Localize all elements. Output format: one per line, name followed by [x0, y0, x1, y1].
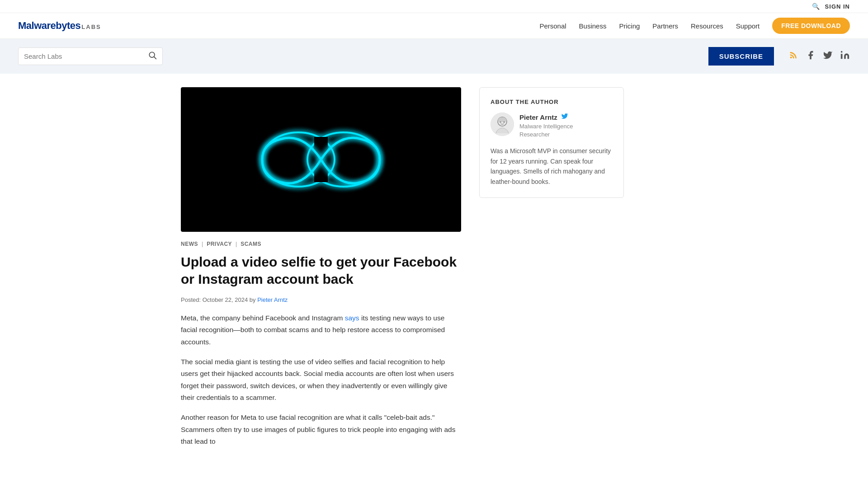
sidebar: ABOUT THE AUTHOR	[479, 87, 624, 455]
nav-pricing[interactable]: Pricing	[619, 22, 640, 30]
separator-2: |	[236, 241, 237, 247]
author-role: Malware Intelligence Researcher	[519, 122, 613, 139]
nav-business[interactable]: Business	[579, 22, 607, 30]
search-submit-button[interactable]	[148, 51, 157, 62]
search-icon-topbar[interactable]: 🔍	[812, 3, 820, 10]
article-categories: NEWS | PRIVACY | SCAMS	[181, 241, 461, 247]
author-name: Pieter Arntz	[519, 113, 557, 121]
author-twitter-icon[interactable]	[561, 113, 568, 122]
facebook-icon[interactable]	[806, 50, 816, 62]
author-bio: Was a Microsoft MVP in consumer security…	[491, 146, 613, 187]
nav-partners[interactable]: Partners	[652, 22, 678, 30]
nav-support[interactable]: Support	[736, 22, 760, 30]
author-card: ABOUT THE AUTHOR	[479, 87, 624, 198]
top-bar: 🔍 SIGN IN	[0, 0, 868, 13]
article-section: NEWS | PRIVACY | SCAMS Upload a video se…	[181, 87, 461, 455]
main-content: NEWS | PRIVACY | SCAMS Upload a video se…	[163, 74, 705, 469]
svg-point-2	[790, 56, 792, 58]
author-name-row: Pieter Arntz	[519, 113, 613, 122]
svg-point-3	[841, 51, 843, 53]
social-icons-container: SUBSCRIBE	[708, 47, 850, 66]
author-avatar	[491, 113, 514, 136]
category-privacy[interactable]: PRIVACY	[207, 241, 232, 247]
about-author-heading: ABOUT THE AUTHOR	[491, 99, 613, 105]
post-meta: Posted: October 22, 2024 by Pieter Arntz	[181, 296, 461, 303]
article-body: Meta, the company behind Facebook and In…	[181, 312, 461, 447]
main-nav: Malwarebytes LABS Personal Business Pric…	[0, 13, 868, 39]
category-news[interactable]: NEWS	[181, 241, 198, 247]
search-container	[18, 47, 163, 65]
logo[interactable]: Malwarebytes LABS	[18, 20, 101, 32]
rss-icon[interactable]	[788, 50, 798, 62]
body-paragraph-3: Another reason for Meta to use facial re…	[181, 412, 461, 447]
nav-personal[interactable]: Personal	[539, 22, 566, 30]
category-scams[interactable]: SCAMS	[241, 241, 261, 247]
says-link[interactable]: says	[345, 314, 359, 322]
linkedin-icon[interactable]	[840, 50, 850, 62]
subscribe-button[interactable]: SUBSCRIBE	[708, 47, 774, 66]
logo-labs: LABS	[81, 23, 101, 30]
hero-image	[181, 87, 461, 232]
twitter-icon[interactable]	[823, 50, 833, 62]
post-date-text: Posted: October 22, 2024 by	[181, 296, 256, 303]
free-download-button[interactable]: FREE DOWNLOAD	[772, 18, 850, 34]
nav-links: Personal Business Pricing Partners Resou…	[539, 18, 850, 34]
logo-text: Malwarebytes	[18, 20, 80, 32]
author-link[interactable]: Pieter Arntz	[257, 296, 288, 303]
article-title: Upload a video selfie to get your Facebo…	[181, 253, 461, 287]
svg-line-1	[154, 57, 156, 59]
separator-1: |	[202, 241, 203, 247]
author-details: Pieter Arntz Malware Intelligence Resear…	[519, 113, 613, 139]
author-info: Pieter Arntz Malware Intelligence Resear…	[491, 113, 613, 139]
search-input[interactable]	[24, 52, 144, 60]
body-paragraph-2: The social media giant is testing the us…	[181, 356, 461, 404]
body-paragraph-1: Meta, the company behind Facebook and In…	[181, 312, 461, 348]
labs-bar: SUBSCRIBE	[0, 39, 868, 74]
sign-in-link[interactable]: SIGN IN	[825, 3, 850, 10]
nav-resources[interactable]: Resources	[691, 22, 723, 30]
